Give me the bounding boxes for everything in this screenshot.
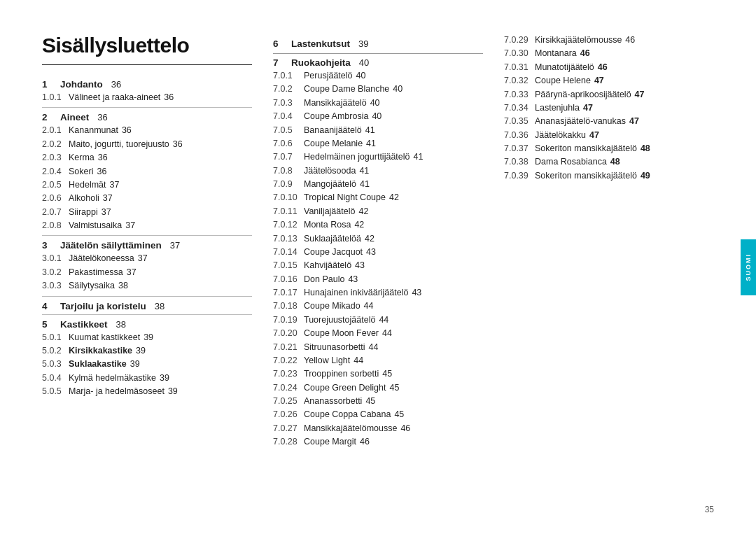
column-1: Sisällysluettelo 1 Johdanto 36 1.0.1 Väl… [42,34,273,506]
section-4-header: 4 Tarjoilu ja koristelu 38 [42,296,252,311]
entry-2.0.1: 2.0.1Kananmunat36 [42,124,252,137]
entry-3.0.1: 3.0.1Jäätelökoneessa37 [42,252,252,265]
entry-2.0.8: 2.0.8Valmistusaika37 [42,219,252,232]
entry-7.0.25: 7.0.25Ananassorbetti45 [273,395,483,408]
section-4-page: 38 [155,301,164,311]
section-1-title: Johdanto [60,79,103,90]
section-3-num: 3 [42,240,55,251]
section-1-num: 1 [42,79,55,90]
section-3-page: 37 [170,240,180,251]
entry-5.0.2: 5.0.2Kirsikkakastike39 [42,344,252,358]
section-4-title: Tarjoilu ja koristelu [60,301,146,311]
entry-7.0.7: 7.0.7Hedelmäinen jogurttijäätelö41 [273,150,483,164]
section-2-header: 2 Aineet 36 [42,107,252,122]
entry-7.0.38: 7.0.38Dama Rosabianca48 [504,155,714,169]
section-6-title: Lastenkutsut [291,38,350,49]
section-5-num: 5 [42,319,55,330]
entry-7.0.23: 7.0.23Trooppinen sorbetti45 [273,367,483,381]
entry-3.0.3: 3.0.3Säilytysaika38 [42,279,252,293]
entry-7.0.24: 7.0.24Coupe Green Delight45 [273,381,483,395]
entry-5.0.4: 5.0.4Kylmä hedelmäkastike39 [42,372,252,385]
side-tab-label: SUOMI [745,253,752,281]
section-2-page: 36 [97,112,107,122]
entry-5.0.5: 5.0.5Marja- ja hedelmäsoseet39 [42,385,252,398]
section-5-page: 38 [116,319,126,330]
entry-7.0.19: 7.0.19Tuorejuustojäätelö44 [273,314,483,327]
section-7-title: Ruokaohjeita [291,57,351,68]
section-6-page: 39 [358,38,368,49]
entry-7.0.14: 7.0.14Coupe Jacquot43 [273,246,483,259]
entry-2.0.6: 2.0.6Alkoholi37 [42,192,252,205]
section-7-header: 7 Ruokaohjeita 40 [273,53,483,68]
entry-7.0.4: 7.0.4Coupe Ambrosia40 [273,110,483,123]
entry-2.0.7: 2.0.7Siirappi37 [42,206,252,219]
entry-7.0.32: 7.0.32Coupe Helene47 [504,74,714,87]
entry-7.0.10: 7.0.10Tropical Night Coupe42 [273,191,483,204]
entry-7.0.13: 7.0.13Suklaajäätelöä42 [273,232,483,246]
entry-7.0.37: 7.0.37Sokeriton mansikkajäätelö48 [504,142,714,155]
section-4-num: 4 [42,301,55,311]
entry-7.0.36: 7.0.36Jäätelökakku47 [504,129,714,142]
section-6-num: 6 [273,38,286,49]
entry-7.0.28: 7.0.28Coupe Margit46 [273,435,483,449]
entry-7.0.33: 7.0.33Päärynä-aprikoosijäätelö47 [504,88,714,101]
entry-7.0.16: 7.0.16Don Paulo43 [273,273,483,286]
section-7-num: 7 [273,57,286,68]
section-1-header: 1 Johdanto 36 [42,75,252,90]
entry-2.0.2: 2.0.2Maito, jogurtti, tuorejuusto36 [42,138,252,151]
entry-7.0.30: 7.0.30Montanara46 [504,47,714,60]
entry-1.0.1: 1.0.1 Välineet ja raaka-aineet 36 [42,91,252,104]
entry-2.0.5: 2.0.5Hedelmät37 [42,178,252,192]
side-tab: SUOMI [741,239,756,295]
section-6-header: 6 Lastenkutsut 39 [273,35,483,49]
entry-7.0.29: 7.0.29Kirsikkajäätelömousse46 [504,34,714,47]
entry-7.0.35: 7.0.35Ananasjäätelö-vanukas47 [504,115,714,128]
section-7-page: 40 [359,57,369,68]
section-2-title: Aineet [60,112,89,122]
entry-7.0.34: 7.0.34Lastenjuhla47 [504,101,714,115]
entry-2.0.3: 2.0.3Kerma36 [42,151,252,164]
title-divider [42,64,252,65]
entry-7.0.21: 7.0.21Sitruunasorbetti44 [273,341,483,354]
entry-7.0.1: 7.0.1Perusjäätelö40 [273,69,483,83]
entry-7.0.9: 7.0.9Mangojäätelö41 [273,178,483,191]
section-3-header: 3 Jäätelön säilyttäminen 37 [42,235,252,251]
entry-7.0.31: 7.0.31Munatotijäätelö46 [504,61,714,74]
entry-num: 1.0.1 [42,91,69,104]
section-5-header: 5 Kastikkeet 38 [42,314,252,330]
entry-page: 36 [164,91,174,104]
section-5-title: Kastikkeet [60,319,108,330]
page-title: Sisällysluettelo [42,34,252,57]
entry-7.0.17: 7.0.17Hunajainen inkiväärijäätelö43 [273,286,483,300]
entry-5.0.1: 5.0.1Kuumat kastikkeet39 [42,331,252,344]
entry-3.0.2: 3.0.2Pakastimessa37 [42,266,252,279]
entry-7.0.3: 7.0.3Mansikkajäätelö40 [273,97,483,110]
entry-7.0.2: 7.0.2Coupe Dame Blanche40 [273,83,483,96]
entry-7.0.15: 7.0.15Kahvijäätelö43 [273,259,483,272]
page-number: 35 [705,505,714,514]
entry-7.0.11: 7.0.11Vaniljajäätelö42 [273,205,483,218]
entry-7.0.18: 7.0.18Coupe Mikado44 [273,300,483,313]
section-3-title: Jäätelön säilyttäminen [60,240,162,251]
entry-7.0.20: 7.0.20Coupe Moon Fever44 [273,327,483,340]
entry-7.0.26: 7.0.26Coupe Coppa Cabana45 [273,408,483,421]
column-3: 7.0.29Kirsikkajäätelömousse46 7.0.30Mont… [504,34,714,506]
entry-7.0.6: 7.0.6Coupe Melanie41 [273,137,483,150]
entry-5.0.3: 5.0.3Suklaakastike39 [42,358,252,371]
entry-7.0.27: 7.0.27Mansikkajäätelömousse46 [273,422,483,435]
entry-2.0.4: 2.0.4Sokeri36 [42,165,252,178]
section-1-page: 36 [111,79,121,90]
entry-7.0.8: 7.0.8Jäätelösooda41 [273,164,483,178]
entry-7.0.5: 7.0.5Banaanijäätelö41 [273,124,483,137]
entry-7.0.39: 7.0.39Sokeriton mansikkajäätelö49 [504,169,714,183]
column-2: 6 Lastenkutsut 39 7 Ruokaohjeita 40 7.0.… [273,34,504,506]
entry-7.0.12: 7.0.12Monta Rosa42 [273,218,483,232]
entry-7.0.22: 7.0.22Yellow Light44 [273,354,483,367]
section-2-num: 2 [42,112,55,122]
entry-title: Välineet ja raaka-aineet [69,91,160,104]
